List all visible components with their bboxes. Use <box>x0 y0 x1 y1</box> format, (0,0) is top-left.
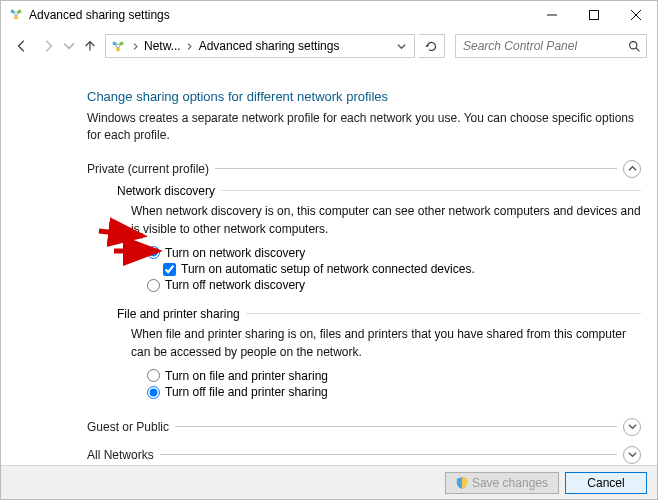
section-private: Private (current profile) Network discov… <box>87 160 641 400</box>
section-label: Private (current profile) <box>87 162 209 176</box>
divider <box>221 190 641 191</box>
option-turn-on-fps[interactable]: Turn on file and printer sharing <box>147 369 641 383</box>
option-label: Turn on file and printer sharing <box>165 369 328 383</box>
navbar: Netw... Advanced sharing settings <box>1 29 657 63</box>
recent-button[interactable] <box>63 35 75 57</box>
section-label: All Networks <box>87 448 154 462</box>
section-all-networks: All Networks <box>87 446 641 464</box>
search-icon[interactable] <box>627 39 641 53</box>
divider <box>215 168 617 169</box>
titlebar: Advanced sharing settings <box>1 1 657 29</box>
option-label: Turn on network discovery <box>165 246 305 260</box>
network-discovery-description: When network discovery is on, this compu… <box>131 202 641 238</box>
window-controls <box>531 1 657 29</box>
refresh-button[interactable] <box>419 34 445 58</box>
forward-button[interactable] <box>37 35 59 57</box>
option-label: Turn off file and printer sharing <box>165 385 328 399</box>
page-subtitle: Windows creates a separate network profi… <box>87 110 641 144</box>
svg-rect-3 <box>590 11 599 20</box>
footer: Save changes Cancel <box>1 465 657 499</box>
subsection-file-printer-sharing: File and printer sharing <box>117 307 641 321</box>
save-changes-button[interactable]: Save changes <box>445 472 559 494</box>
option-auto-setup[interactable]: Turn on automatic setup of network conne… <box>163 262 641 276</box>
radio-turn-off-discovery[interactable] <box>147 279 160 292</box>
search-box[interactable] <box>455 34 647 58</box>
divider <box>175 426 617 427</box>
option-label: Turn off network discovery <box>165 278 305 292</box>
divider <box>160 454 617 455</box>
section-header-guest[interactable]: Guest or Public <box>87 418 641 436</box>
window-title: Advanced sharing settings <box>29 8 170 22</box>
divider <box>246 313 641 314</box>
chevron-down-icon[interactable] <box>623 446 641 464</box>
chevron-down-icon[interactable] <box>623 418 641 436</box>
network-icon <box>9 7 23 24</box>
checkbox-auto-setup[interactable] <box>163 263 176 276</box>
network-icon <box>110 38 126 54</box>
breadcrumb-segment[interactable]: Advanced sharing settings <box>195 39 344 53</box>
chevron-down-icon[interactable] <box>392 42 410 51</box>
fps-description: When file and printer sharing is on, fil… <box>131 325 641 361</box>
svg-point-2 <box>14 15 18 19</box>
back-button[interactable] <box>11 35 33 57</box>
chevron-up-icon[interactable] <box>623 160 641 178</box>
option-label: Turn on automatic setup of network conne… <box>181 262 475 276</box>
option-turn-off-fps[interactable]: Turn off file and printer sharing <box>147 385 641 399</box>
section-guest-public: Guest or Public <box>87 418 641 436</box>
shield-icon <box>456 477 468 489</box>
search-input[interactable] <box>461 38 627 54</box>
radio-turn-off-fps[interactable] <box>147 386 160 399</box>
section-header-all[interactable]: All Networks <box>87 446 641 464</box>
svg-point-6 <box>116 48 120 52</box>
chevron-right-icon[interactable] <box>130 43 140 50</box>
title-caption: Advanced sharing settings <box>9 7 170 24</box>
section-header-private[interactable]: Private (current profile) <box>87 160 641 178</box>
radio-turn-on-fps[interactable] <box>147 369 160 382</box>
page-title: Change sharing options for different net… <box>87 89 641 104</box>
radio-turn-on-discovery[interactable] <box>147 246 160 259</box>
subsection-label: File and printer sharing <box>117 307 240 321</box>
button-label: Cancel <box>587 476 624 490</box>
maximize-button[interactable] <box>573 1 615 29</box>
chevron-right-icon[interactable] <box>185 43 195 50</box>
svg-point-7 <box>629 41 636 48</box>
subsection-network-discovery: Network discovery <box>117 184 641 198</box>
minimize-button[interactable] <box>531 1 573 29</box>
close-button[interactable] <box>615 1 657 29</box>
option-turn-off-discovery[interactable]: Turn off network discovery <box>147 278 641 292</box>
content-area: Change sharing options for different net… <box>1 63 657 465</box>
up-button[interactable] <box>79 35 101 57</box>
breadcrumb-segment[interactable]: Netw... <box>140 39 185 53</box>
subsection-label: Network discovery <box>117 184 215 198</box>
button-label: Save changes <box>472 476 548 490</box>
breadcrumb[interactable]: Netw... Advanced sharing settings <box>105 34 415 58</box>
cancel-button[interactable]: Cancel <box>565 472 647 494</box>
option-turn-on-discovery[interactable]: Turn on network discovery <box>147 246 641 260</box>
section-label: Guest or Public <box>87 420 169 434</box>
